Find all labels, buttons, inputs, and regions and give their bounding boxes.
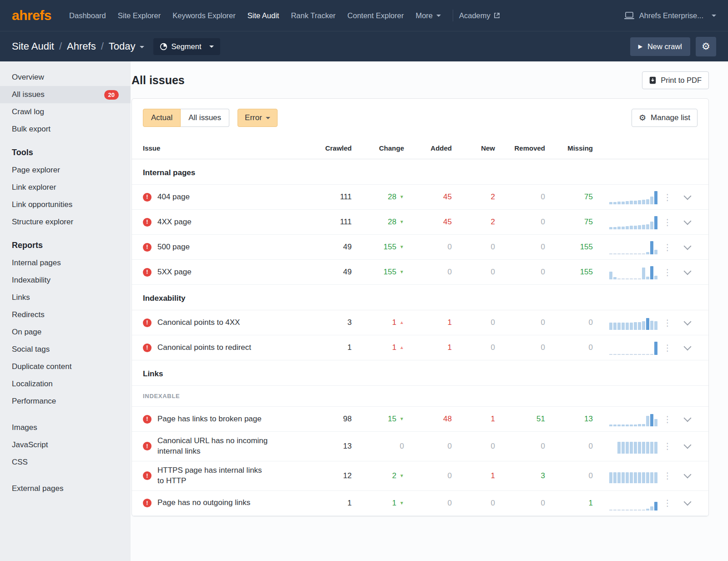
sidebar-item-all-issues[interactable]: All issues20 — [0, 86, 131, 103]
row-menu-button[interactable]: ⋮ — [657, 192, 677, 202]
scope-toggle: Actual All issues — [143, 109, 229, 127]
sidebar-item-images[interactable]: Images — [0, 419, 131, 436]
expand-chevron[interactable] — [684, 343, 692, 350]
issue-row[interactable]: !Canonical points to 4XX31▲1000⋮ — [132, 310, 708, 335]
filter-actual-button[interactable]: Actual — [143, 109, 181, 127]
column-header-issue[interactable]: Issue — [143, 144, 312, 152]
issue-row[interactable]: !500 page49155▼000155⋮ — [132, 235, 708, 260]
row-menu-button[interactable]: ⋮ — [657, 498, 677, 508]
sidebar-item-internal-pages[interactable]: Internal pages — [0, 254, 131, 272]
segment-button[interactable]: Segment — [153, 38, 220, 55]
sidebar-item-redirects[interactable]: Redirects — [0, 306, 131, 323]
crawled-value: 111 — [312, 192, 352, 202]
breadcrumb-site-audit[interactable]: Site Audit — [12, 40, 54, 52]
nav-item-dashboard[interactable]: Dashboard — [63, 11, 112, 20]
sidebar-item-links[interactable]: Links — [0, 289, 131, 306]
trend-up-icon: ▲ — [399, 345, 404, 350]
issue-row[interactable]: !Canonical points to redirect11▲1000⋮ — [132, 335, 708, 360]
sidebar-item-css[interactable]: CSS — [0, 454, 131, 471]
crawled-value: 1 — [312, 499, 352, 508]
crawl-date-dropdown[interactable]: Today — [109, 40, 144, 52]
removed-value: 0 — [495, 499, 545, 508]
new-value: 1 — [452, 471, 495, 480]
expand-chevron[interactable] — [684, 318, 692, 325]
row-menu-button[interactable]: ⋮ — [657, 343, 677, 353]
nav-item-content-explorer[interactable]: Content Explorer — [342, 11, 410, 20]
sidebar-item-link-opportunities[interactable]: Link opportunities — [0, 196, 131, 213]
row-menu-button[interactable]: ⋮ — [657, 318, 677, 328]
expand-chevron[interactable] — [684, 267, 692, 275]
change-value: 1 — [392, 499, 396, 508]
expand-chevron[interactable] — [684, 414, 692, 422]
issue-row[interactable]: !Page has links to broken page9815▼48151… — [132, 407, 708, 432]
nav-academy[interactable]: Academy — [459, 11, 500, 20]
nav-item-keywords-explorer[interactable]: Keywords Explorer — [167, 11, 241, 20]
sidebar-item-overview[interactable]: Overview — [0, 69, 131, 86]
nav-item-site-audit[interactable]: Site Audit — [242, 11, 285, 20]
sidebar-item-performance[interactable]: Performance — [0, 393, 131, 410]
sidebar-item-localization[interactable]: Localization — [0, 375, 131, 393]
new-value: 0 — [452, 268, 495, 277]
sidebar-item-crawl-log[interactable]: Crawl log — [0, 103, 131, 121]
settings-button[interactable]: ⚙ — [696, 37, 716, 56]
added-value: 1 — [404, 318, 452, 327]
breadcrumb-project[interactable]: Ahrefs — [67, 40, 96, 52]
crawled-value: 98 — [312, 414, 352, 424]
issue-row[interactable]: !HTTPS page has internal links to HTTP12… — [132, 461, 708, 491]
manage-list-button[interactable]: ⚙ Manage list — [632, 109, 698, 127]
column-header-added[interactable]: Added — [404, 144, 452, 152]
issue-row[interactable]: !404 page11128▼452075⋮ — [132, 185, 708, 210]
expand-chevron[interactable] — [684, 441, 692, 449]
row-menu-button[interactable]: ⋮ — [657, 470, 677, 481]
ahrefs-logo[interactable]: ahrefs — [12, 8, 51, 23]
issue-name: 404 page — [157, 192, 190, 202]
row-menu-button[interactable]: ⋮ — [657, 267, 677, 278]
added-value: 48 — [404, 414, 452, 424]
nav-item-more[interactable]: More — [410, 11, 447, 20]
sidebar-item-social-tags[interactable]: Social tags — [0, 341, 131, 358]
sidebar-item-duplicate-content[interactable]: Duplicate content — [0, 358, 131, 375]
issue-row[interactable]: !Canonical URL has no incoming internal … — [132, 432, 708, 461]
expand-chevron[interactable] — [684, 498, 692, 506]
chevron-down-icon — [140, 46, 144, 48]
segment-pie-icon — [160, 43, 167, 51]
column-header-new[interactable]: New — [452, 144, 495, 152]
issue-row[interactable]: !4XX page11128▼452075⋮ — [132, 210, 708, 235]
sidebar-item-external-pages[interactable]: External pages — [0, 480, 131, 497]
expand-chevron[interactable] — [684, 242, 692, 250]
sidebar-item-structure-explorer[interactable]: Structure explorer — [0, 213, 131, 231]
sidebar-item-link-explorer[interactable]: Link explorer — [0, 179, 131, 196]
section-heading-links: Links — [132, 360, 708, 386]
sidebar-item-javascript[interactable]: JavaScript — [0, 436, 131, 454]
sidebar-item-on-page[interactable]: On page — [0, 323, 131, 341]
print-to-pdf-button[interactable]: Print to PDF — [642, 71, 709, 89]
expand-chevron[interactable] — [684, 217, 692, 225]
row-menu-button[interactable]: ⋮ — [657, 441, 677, 451]
crawled-value: 1 — [312, 343, 352, 352]
trend-sparkline — [593, 265, 657, 279]
row-menu-button[interactable]: ⋮ — [657, 242, 677, 253]
sidebar-item-indexability[interactable]: Indexability — [0, 272, 131, 289]
missing-value: 0 — [545, 343, 593, 352]
column-header-removed[interactable]: Removed — [495, 144, 545, 152]
nav-item-rank-tracker[interactable]: Rank Tracker — [285, 11, 341, 20]
column-header-crawled[interactable]: Crawled — [312, 144, 352, 152]
column-header-missing[interactable]: Missing — [545, 144, 593, 152]
column-header-change[interactable]: Change — [352, 144, 404, 152]
issue-row[interactable]: !Page has no outgoing links11▼0001⋮ — [132, 491, 708, 516]
nav-item-site-explorer[interactable]: Site Explorer — [112, 11, 167, 20]
row-menu-button[interactable]: ⋮ — [657, 217, 677, 227]
issue-row[interactable]: !5XX page49155▼000155⋮ — [132, 260, 708, 285]
account-menu[interactable]: Ahrefs Enterprise... — [624, 11, 716, 20]
sidebar-item-page-explorer[interactable]: Page explorer — [0, 162, 131, 179]
expand-chevron[interactable] — [684, 192, 692, 200]
row-menu-button[interactable]: ⋮ — [657, 414, 677, 425]
severity-filter-button[interactable]: Error — [238, 109, 278, 127]
new-crawl-button[interactable]: ▶ New crawl — [630, 37, 690, 56]
removed-value: 0 — [495, 192, 545, 202]
segment-label: Segment — [172, 42, 202, 51]
filter-all-issues-button[interactable]: All issues — [181, 109, 229, 127]
sidebar-item-bulk-export[interactable]: Bulk export — [0, 121, 131, 138]
expand-chevron[interactable] — [684, 471, 692, 479]
added-value: 45 — [404, 192, 452, 202]
